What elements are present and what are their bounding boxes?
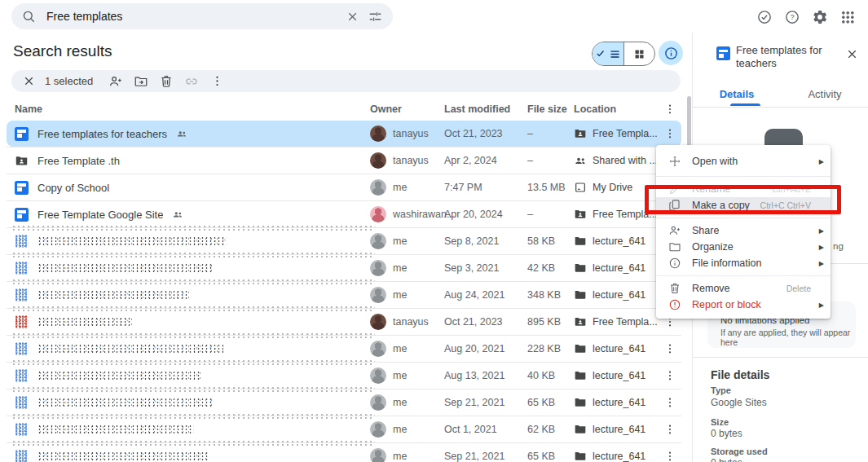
settings-gear-icon[interactable] [809,7,831,28]
share-person-add-icon [668,224,681,238]
redacted-file-icon [15,450,29,462]
location-chip[interactable]: lecture_641 [574,423,659,436]
table-row[interactable]: me Sep 21, 2021 65 KB lecture_641 [7,442,681,462]
sidebar-tabs: Details Activity [693,88,868,106]
svg-text:?: ? [790,13,794,21]
shared-people-icon [172,209,183,220]
file-list: Name Owner Last modified File size Locat… [7,98,681,462]
clear-search-icon[interactable] [341,5,364,28]
row-more-button[interactable] [659,342,681,355]
menu-item-label: Rename [692,183,772,195]
copy-link-icon[interactable] [184,74,199,89]
owner-avatar [370,206,386,222]
table-row[interactable]: me Sep 8, 2021 58 KB lecture_641 [7,227,681,254]
redacted-file-icon [15,369,29,382]
more-options-icon[interactable] [209,74,224,89]
clear-selection-icon[interactable] [21,74,36,89]
location-chip[interactable]: lecture_641 [574,396,659,409]
table-row[interactable]: me Aug 20, 2021 228 KB lecture_641 [7,335,681,362]
row-more-button[interactable] [659,423,681,436]
column-header-location[interactable]: Location [574,103,659,115]
row-more-button[interactable] [659,127,681,140]
submenu-arrow-icon: ▶ [816,260,824,267]
location-chip[interactable]: Shared with ... [574,154,659,167]
location-name: lecture_641 [593,343,645,354]
row-more-button[interactable] [659,396,681,409]
field-label-storage: Storage used [711,447,768,456]
location-chip[interactable]: My Drive [574,181,659,194]
search-bar[interactable] [11,3,393,29]
location-chip[interactable]: lecture_641 [574,369,659,382]
location-chip[interactable]: lecture_641 [574,450,659,462]
location-chip[interactable]: lecture_641 [574,235,659,248]
redacted-file-icon [15,315,29,328]
owner-name: me [393,343,407,354]
table-row[interactable]: Free templates for teachers tanayus Oct … [7,121,681,147]
location-chip[interactable]: Free Templa... [574,208,659,221]
column-header-modified[interactable]: Last modified [444,103,527,115]
column-header-size[interactable]: File size [527,103,574,115]
file-info-icon [668,257,681,271]
name-cell: Copy of School [7,181,370,195]
table-row[interactable]: Free Template .th tanayus Apr 2, 2024 – … [7,147,681,174]
menu-item-make-a-copy[interactable]: Make a copy Ctrl+C Ctrl+V [656,197,831,213]
tab-activity[interactable]: Activity [781,88,868,106]
menu-item-organize[interactable]: Organize ▶ [656,239,831,255]
share-person-add-icon[interactable] [108,74,123,89]
list-settings-button[interactable] [659,103,681,116]
column-header-owner[interactable]: Owner [370,103,444,115]
offline-status-icon[interactable] [754,7,775,28]
search-filters-tune-icon[interactable] [364,5,386,28]
row-more-button[interactable] [659,450,681,462]
table-row[interactable]: me Sep 21, 2021 65 KB lecture_641 [7,389,681,416]
move-folder-icon[interactable] [134,74,148,89]
owner-avatar [370,179,386,196]
owner-avatar [370,341,386,357]
redacted-file-icon [15,423,29,436]
folder-location-icon [574,369,587,382]
owner-avatar [370,260,386,276]
table-row[interactable]: me Sep 3, 2021 42 KB lecture_641 [7,254,681,281]
grid-view-button[interactable] [623,42,655,65]
tab-details[interactable]: Details [693,88,781,106]
location-chip[interactable]: Free Templa... [574,315,659,328]
submenu-arrow-icon: ▶ [816,301,824,309]
location-chip[interactable]: Free Templa... [574,127,659,140]
menu-item-open-with[interactable]: Open with ▶ [656,151,831,172]
menu-item-remove[interactable]: Remove Delete [656,280,831,297]
redacted-file-name [37,425,194,435]
table-row[interactable]: me Aug 13, 2021 40 KB lecture_641 [7,362,681,389]
location-chip[interactable]: lecture_641 [574,288,659,301]
table-row[interactable]: tanayus Oct 21, 2023 895 KB Free Templa.… [7,308,681,335]
folder-location-icon [574,396,587,409]
menu-item-file-information[interactable]: File information ▶ [656,255,831,271]
help-icon[interactable]: ? [782,7,803,28]
owner-avatar [370,125,386,142]
column-header-name[interactable]: Name [7,103,370,115]
location-chip[interactable]: lecture_641 [574,262,659,275]
location-chip[interactable]: lecture_641 [574,342,659,355]
last-modified: Aug 13, 2021 [444,370,527,381]
trash-icon[interactable] [159,74,174,89]
name-cell [7,235,370,248]
table-body: Free templates for teachers tanayus Oct … [7,121,681,462]
table-row[interactable]: Copy of School me 7:47 PM 13.5 MB My Dri… [7,174,681,200]
table-row[interactable]: Free Template Google Site washirawan... … [7,200,681,227]
close-sidebar-icon[interactable] [843,45,861,63]
location-name: lecture_641 [593,370,645,381]
owner-cell: me [370,421,444,438]
row-more-button[interactable] [659,369,681,382]
menu-item-report-or-block[interactable]: Report or block ▶ [656,297,831,313]
search-input[interactable] [45,9,341,24]
folder-location-icon [574,423,587,436]
table-row[interactable]: me Aug 24, 2021 348 KB lecture_641 [7,281,681,308]
location-name: lecture_641 [593,451,645,462]
menu-item-share[interactable]: Share ▶ [656,222,831,239]
table-row[interactable]: me Oct 1, 2021 62 KB lecture_641 [7,416,681,442]
name-cell [7,450,370,462]
details-info-button[interactable] [659,41,683,65]
list-view-button[interactable] [593,42,623,65]
google-apps-grid-icon[interactable] [837,7,858,28]
menu-divider [656,275,831,276]
last-modified: 7:47 PM [444,182,527,193]
